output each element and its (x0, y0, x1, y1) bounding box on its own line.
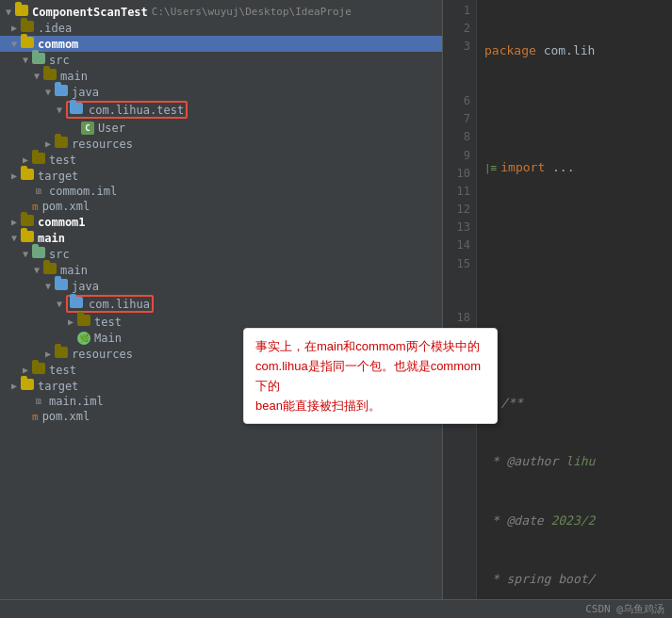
main-module-arrow: ▼ (8, 233, 21, 243)
commom-resources-arrow: ▶ (41, 138, 55, 149)
commom-test-label: test (49, 154, 76, 167)
tree-commom-java[interactable]: ▼ java (0, 84, 442, 100)
tree-commom-test[interactable]: ▶ test (0, 152, 442, 168)
idea-folder-icon (21, 21, 34, 35)
commom-user-label: User (98, 122, 125, 135)
commom-main-icon (43, 69, 57, 83)
main-main-arrow: ▼ (30, 265, 43, 275)
root-arrow: ▼ (2, 7, 15, 17)
tree-idea[interactable]: ▶ .idea (0, 20, 442, 36)
tree-commom-resources[interactable]: ▶ resources (0, 136, 442, 152)
kw-date-tag: @date (506, 512, 550, 531)
tree-commom-target[interactable]: ▶ target (0, 168, 442, 184)
main-container: ▼ ComponentScanTest C:\Users\wuyuj\Deskt… (0, 0, 672, 599)
code-line-8: * @author lihu (484, 452, 664, 472)
main-target-arrow: ▶ (8, 381, 21, 391)
tree-main-main[interactable]: ▼ main (0, 262, 442, 278)
tree-main-java[interactable]: ▼ java (0, 278, 442, 294)
main-target-label: target (38, 380, 78, 393)
main-module-label: main (38, 232, 65, 245)
main-class-label: Main (94, 332, 122, 345)
annotation-text: 事实上，在main和commom两个模块中的 com.lihua是指同一个包。也… (255, 339, 481, 413)
code-line-blank1 (484, 218, 664, 237)
main-test-sub-arrow: ▶ (64, 317, 77, 327)
main-main-label: main (60, 264, 88, 277)
tree-commom-pkg[interactable]: ▼ com.lihua.test (0, 100, 442, 120)
tree-commom[interactable]: ▼ commom (0, 36, 442, 52)
tree-main-src[interactable]: ▼ src (0, 246, 442, 262)
tree-commom1[interactable]: ▶ commom1 (0, 214, 442, 230)
main-src-arrow: ▼ (19, 249, 32, 259)
commom-arrow: ▼ (8, 39, 21, 49)
commom-test-arrow: ▶ (19, 154, 32, 165)
commom-src-arrow: ▼ (19, 55, 32, 65)
commom-java-label: java (72, 86, 99, 99)
commom-target-icon (21, 169, 34, 183)
tree-main-pkg[interactable]: ▼ com.lihua (0, 294, 442, 314)
main-pkg-icon (70, 297, 83, 311)
commom-iml-icon: 🗎 (32, 185, 45, 198)
main-src-label: src (49, 248, 70, 261)
commom-target-label: target (38, 170, 78, 183)
kw-pkg-name: com.lih (544, 41, 596, 61)
fold-marker-3: |≡ (484, 160, 497, 177)
bottom-bar: CSDN @乌鱼鸡汤 (0, 599, 672, 618)
root-path: C:\Users\wuyuj\Desktop\IdeaProje (152, 6, 352, 18)
tree-commom-user[interactable]: ▶ C User (0, 120, 442, 136)
main-pom-icon: m (32, 411, 39, 423)
commom-main-label: main (60, 70, 88, 83)
main-src-icon (32, 247, 45, 261)
credit-text: CSDN @乌鱼鸡汤 (585, 603, 664, 615)
code-area: 1 2 3 6 7 8 9 10 11 12 13 14 15 18 (443, 0, 672, 599)
main-java-label: java (72, 280, 99, 293)
tree-commom-main[interactable]: ▼ main (0, 68, 442, 84)
commom1-label: commom1 (38, 216, 86, 229)
main-resources-arrow: ▶ (41, 349, 55, 359)
tree-root[interactable]: ▼ ComponentScanTest C:\Users\wuyuj\Deskt… (0, 4, 442, 20)
commom-main-arrow: ▼ (30, 71, 43, 81)
main-module-icon (21, 231, 34, 245)
kw-comment-start: /** (500, 394, 522, 414)
line-numbers: 1 2 3 6 7 8 9 10 11 12 13 14 15 18 (443, 0, 477, 599)
commom-pkg-highlight: com.lihua.test (66, 101, 188, 119)
root-folder-icon (15, 5, 28, 19)
kw-comment-date: * (484, 512, 506, 531)
kw-author-tag: @author (506, 452, 565, 472)
main-class-icon: 🌿 (77, 331, 90, 345)
main-resources-label: resources (72, 348, 133, 361)
kw-author-val: lihu (565, 452, 595, 472)
code-line-blank3 (484, 335, 664, 355)
tree-main-module[interactable]: ▼ main (0, 230, 442, 246)
code-line-9: * @date 2023/2 (484, 512, 664, 531)
commom-src-icon (32, 53, 45, 67)
main-main-icon (43, 263, 57, 277)
kw-package: package (484, 41, 544, 61)
main-iml-icon: 🗎 (32, 395, 45, 408)
commom-java-arrow: ▼ (41, 87, 55, 97)
commom-iml-label: commom.iml (49, 185, 117, 198)
tree-commom-src[interactable]: ▼ src (0, 52, 442, 68)
commom-test-icon (32, 153, 45, 167)
code-line-3: |≡ import ... (484, 158, 664, 178)
code-line-1: package com.lih (484, 41, 664, 61)
main-pkg-arrow: ▼ (53, 299, 66, 309)
tree-commom-iml[interactable]: ▶ 🗎 commom.iml (0, 184, 442, 199)
commom1-arrow: ▶ (8, 217, 21, 227)
kw-date-val: 2023/2 (550, 512, 595, 531)
main-test-arrow: ▶ (19, 365, 32, 375)
commom1-icon (21, 215, 34, 229)
kw-comment-author: * (484, 452, 506, 472)
code-content: package com.lih |≡ import ... |≡ /** * @… (477, 0, 672, 599)
main-target-icon (21, 379, 34, 393)
file-tree: ▼ ComponentScanTest C:\Users\wuyuj\Deskt… (0, 0, 443, 599)
tree-commom-pom[interactable]: ▶ m pom.xml (0, 199, 442, 214)
commom-user-icon: C (81, 121, 94, 135)
kw-comment-spring: * spring boot/ (484, 570, 595, 590)
main-test-label: test (49, 364, 76, 377)
main-pkg-highlight: com.lihua (66, 295, 154, 313)
commom-pom-label: pom.xml (42, 200, 90, 213)
code-line-10: * spring boot/ (484, 570, 664, 590)
commom-resources-label: resources (72, 138, 133, 151)
root-label: ComponentScanTest (32, 6, 148, 19)
main-test-sub-icon (77, 315, 90, 329)
